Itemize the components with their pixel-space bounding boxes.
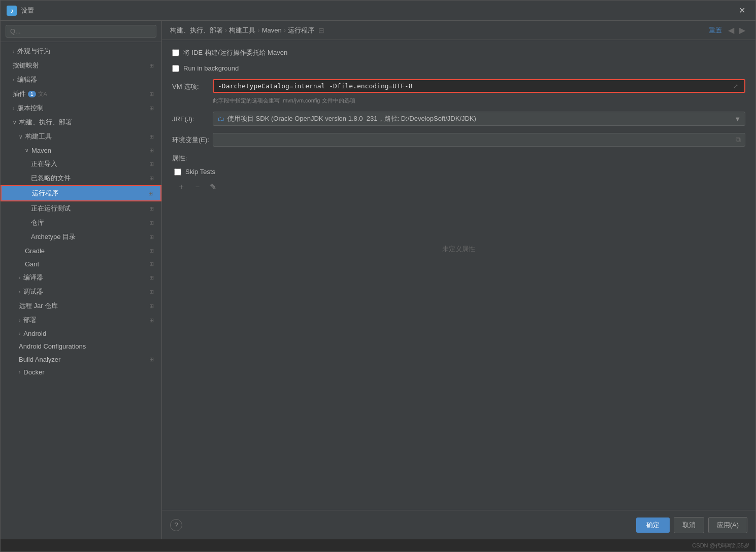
add-property-button[interactable]: ＋ [174,181,188,193]
breadcrumb-sep-3: › [284,26,286,34]
sidebar-item-compiler[interactable]: › 编译器 ⊞ [1,270,161,285]
main-content: › 外观与行为 按键映射 ⊞ › 编辑器 插件 1 文A [1,21,755,539]
settings-icon: ⊞ [147,260,155,268]
forward-button[interactable]: ▶ [737,24,747,36]
reset-button[interactable]: 重置 [709,26,722,35]
sidebar-item-vcs[interactable]: › 版本控制 ⊞ [1,101,161,115]
settings-icon: ⊞ [147,288,155,296]
sidebar-item-debugger[interactable]: › 调试器 ⊞ [1,285,161,299]
jre-label: JRE(J): [172,115,213,123]
arrow-icon: › [13,77,14,83]
vm-expand-button[interactable]: ⤢ [731,83,740,90]
env-label: 环境变量(E): [172,135,213,145]
delegate-row: 将 IDE 构建/运行操作委托给 Maven [172,48,745,57]
apply-button[interactable]: 应用(A) [708,517,747,533]
settings-dialog: J 设置 ✕ › 外观与行为 按键映射 ⊞ [0,0,756,552]
plugin-badge: 1 [28,91,36,97]
delegate-label[interactable]: 将 IDE 构建/运行操作委托给 Maven [172,48,287,57]
sidebar-item-label: Android [23,330,46,337]
sidebar-item-editor[interactable]: › 编辑器 [1,73,161,87]
sidebar-item-build[interactable]: ∨ 构建、执行、部署 [1,115,161,129]
arrow-icon: › [19,331,20,336]
breadcrumb-part-3: Maven [262,26,282,34]
env-input[interactable] [217,136,736,144]
sidebar-item-build-tools[interactable]: ∨ 构建工具 ⊞ [1,129,161,144]
sidebar-nav: › 外观与行为 按键映射 ⊞ › 编辑器 插件 1 文A [1,42,161,539]
settings-icon: ⊞ [147,247,155,255]
svg-text:J: J [10,9,13,14]
sidebar-item-label: 编译器 [23,273,43,282]
sidebar-item-running-tests[interactable]: 正在运行测试 ⊞ [1,201,161,216]
arrow-icon: › [19,369,20,375]
remove-property-button[interactable]: － [190,181,205,193]
sidebar-item-repositories[interactable]: 仓库 ⊞ [1,216,161,230]
sidebar-item-label: Android Configurations [19,342,86,350]
arrow-expanded-icon: ∨ [19,134,22,140]
delegate-checkbox[interactable] [172,49,179,56]
footer-text: CSDN @代码写到35岁 [692,542,749,549]
sidebar-item-ignored[interactable]: 已忽略的文件 ⊞ [1,171,161,185]
sidebar-item-label: 构建、执行、部署 [19,118,72,127]
app-icon: J [7,6,17,16]
settings-icon: ⊞ [147,90,155,98]
sidebar-item-gant[interactable]: Gant ⊞ [1,257,161,270]
chevron-down-icon: ▼ [734,115,741,123]
sidebar-item-keymap[interactable]: 按键映射 ⊞ [1,58,161,73]
arrow-icon: › [19,289,20,295]
background-label[interactable]: Run in background [172,64,239,72]
sidebar-item-importing[interactable]: 正在导入 ⊞ [1,157,161,171]
bottom-actions: 确定 取消 应用(A) [636,517,747,533]
sidebar-item-label: 按键映射 [13,61,39,70]
breadcrumb-part-1: 构建、执行、部署 [170,26,223,35]
sidebar-item-android-configs[interactable]: Android Configurations [1,340,161,353]
help-button[interactable]: ? [170,519,182,531]
sidebar-item-android[interactable]: › Android [1,327,161,340]
sidebar-item-label: 版本控制 [17,104,44,113]
skip-tests-text: Skip Tests [185,168,215,176]
sidebar-item-build-analyzer[interactable]: Build Analyzer ⊞ [1,353,161,366]
breadcrumb-actions: 重置 ◀ ▶ [709,24,747,36]
sidebar-item-label: 远程 Jar 仓库 [19,301,58,310]
pin-icon: ⊟ [318,26,324,34]
background-checkbox[interactable] [172,65,179,72]
vm-row: VM 选项: ⤢ [172,79,745,93]
arrow-expanded-icon: ∨ [13,120,16,125]
vm-label: VM 选项: [172,79,213,91]
sidebar-item-label: 编辑器 [17,75,37,84]
close-button[interactable]: ✕ [735,4,749,17]
vm-input[interactable] [218,82,731,90]
panel-content: 将 IDE 构建/运行操作委托给 Maven Run in background… [162,40,755,510]
empty-props-text: 未定义属性 [442,245,475,254]
env-row: 环境变量(E): ⧉ [172,133,745,147]
sidebar-item-deployment[interactable]: › 部署 ⊞ [1,313,161,327]
title-bar: J 设置 ✕ [1,1,755,21]
sidebar-item-maven[interactable]: ∨ Maven ⊞ [1,144,161,157]
env-browse-button[interactable]: ⧉ [736,135,741,144]
skip-tests-row: Skip Tests [172,168,745,176]
search-bar [1,21,161,42]
jre-select[interactable]: 🗂 使用项目 SDK (Oracle OpenJDK version 1.8.0… [213,112,745,126]
confirm-button[interactable]: 确定 [636,518,670,533]
sidebar-item-gradle[interactable]: Gradle ⊞ [1,244,161,257]
settings-icon: ⊞ [147,204,155,213]
sidebar-item-remote-jar[interactable]: 远程 Jar 仓库 ⊞ [1,299,161,313]
edit-property-button[interactable]: ✎ [207,181,219,193]
skip-tests-label[interactable]: Skip Tests [174,168,215,176]
sidebar-item-docker[interactable]: › Docker [1,366,161,378]
settings-icon: ⊞ [147,233,155,241]
props-title: 属性: [172,154,745,163]
breadcrumb-current: 运行程序 [288,26,314,35]
cancel-button[interactable]: 取消 [674,517,704,533]
settings-icon: ⊞ [147,160,155,168]
search-input[interactable] [6,25,156,38]
sidebar-item-plugins[interactable]: 插件 1 文A ⊞ [1,87,161,101]
sidebar-item-runner[interactable]: 运行程序 ⊞ [1,185,161,201]
sidebar-item-appearance[interactable]: › 外观与行为 [1,44,161,58]
sidebar-item-label: 调试器 [23,287,43,296]
sidebar-item-archetype[interactable]: Archetype 目录 ⊞ [1,230,161,244]
sidebar-item-label: 运行程序 [32,189,58,198]
settings-icon: ⊞ [147,146,155,154]
skip-tests-checkbox[interactable] [174,168,181,176]
arrow-icon: › [19,318,20,323]
back-button[interactable]: ◀ [726,24,736,36]
